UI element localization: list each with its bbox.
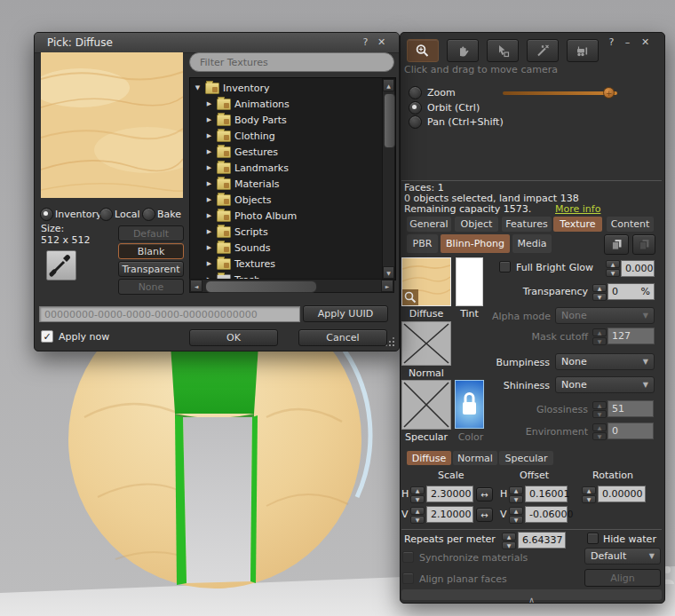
bumpiness-select[interactable]: None ▼ — [555, 353, 655, 370]
camera-slider-track[interactable] — [503, 91, 617, 95]
tree-item-sounds[interactable]: ▶ Sounds — [190, 240, 395, 256]
repeats-input[interactable]: 6.64337 — [518, 532, 566, 549]
tab-texture[interactable]: Texture — [553, 217, 602, 232]
radio-local[interactable] — [99, 208, 113, 221]
spinner-up-icon[interactable]: ▲ — [410, 507, 425, 515]
spinner-up-icon[interactable]: ▲ — [509, 507, 523, 515]
tool-focus-button[interactable] — [407, 39, 439, 62]
spinner-up-icon[interactable]: ▲ — [592, 284, 607, 292]
tree-item-textures[interactable]: ▶ Textures — [190, 256, 395, 272]
paste-button[interactable] — [632, 234, 655, 255]
glow-spinner[interactable]: ▲ ▼ — [606, 260, 620, 278]
spinner-up-icon[interactable]: ▲ — [502, 533, 516, 541]
diffuse-texture-swatch[interactable] — [401, 257, 451, 306]
collapse-icon[interactable]: ▶ — [205, 180, 213, 187]
tree-vscrollbar[interactable]: ▲ ▼ — [382, 78, 395, 280]
scroll-right-icon[interactable]: ► — [381, 280, 393, 292]
transparent-texture-button[interactable]: Transparent — [118, 261, 184, 277]
eyedropper-button[interactable] — [46, 250, 76, 280]
expand-icon[interactable]: ▼ — [194, 84, 202, 91]
tab-features[interactable]: Features — [502, 217, 552, 232]
spinner-down-icon[interactable]: ▼ — [606, 269, 620, 277]
apply-uuid-button[interactable]: Apply UUID — [303, 305, 388, 322]
collapse-icon[interactable]: ▶ — [205, 244, 213, 251]
collapse-icon[interactable]: ▶ — [205, 164, 213, 171]
inventory-tree[interactable]: ▼ Inventory ▶ Animations ▶ Body Parts ▶ … — [189, 77, 396, 280]
filter-textures-input[interactable] — [189, 52, 394, 72]
tab-pbr[interactable]: PBR — [407, 234, 438, 253]
uuid-input[interactable] — [39, 306, 300, 322]
scale-h-spinner[interactable]: ▲ ▼ — [410, 486, 425, 504]
blank-texture-button[interactable]: Blank — [118, 243, 184, 259]
tab-content[interactable]: Content — [607, 217, 654, 232]
scroll-left-icon[interactable]: ◄ — [190, 280, 202, 292]
spinner-down-icon[interactable]: ▼ — [592, 293, 607, 301]
copy-button[interactable] — [604, 234, 629, 255]
resize-grip[interactable] — [393, 344, 394, 346]
scale-h-input[interactable]: 2.30000 — [426, 486, 473, 502]
flip-v-button[interactable]: ↔ — [476, 508, 493, 522]
collapse-icon[interactable]: ▶ — [205, 212, 213, 219]
spinner-up-icon[interactable]: ▲ — [606, 260, 620, 268]
tree-item-gestures[interactable]: ▶ Gestures — [190, 144, 395, 160]
collapse-icon[interactable]: ▶ — [205, 196, 213, 203]
collapse-icon[interactable]: ▶ — [205, 228, 213, 235]
close-button[interactable]: ✕ — [375, 36, 388, 50]
tree-item-animations[interactable]: ▶ Animations — [190, 96, 395, 112]
tree-item-inventory[interactable]: ▼ Inventory — [190, 80, 395, 96]
map-tab-specular[interactable]: Specular — [499, 451, 553, 465]
transparency-spinner[interactable]: ▲ ▼ — [592, 284, 607, 302]
map-tab-normal[interactable]: Normal — [453, 451, 497, 465]
tree-item-clothing[interactable]: ▶ Clothing — [190, 128, 395, 144]
tree-item-photo-album[interactable]: ▶ Photo Album — [190, 208, 395, 224]
normal-texture-swatch[interactable] — [401, 321, 451, 366]
preset-select[interactable]: Default ▼ — [584, 548, 661, 565]
hide-water-checkbox[interactable] — [587, 533, 599, 544]
more-info-link[interactable]: More info — [555, 203, 600, 215]
collapse-icon[interactable]: ▶ — [205, 100, 213, 107]
radio-bake[interactable] — [142, 208, 155, 221]
spinner-up-icon[interactable]: ▲ — [582, 486, 596, 494]
spinner-up-icon[interactable]: ▲ — [509, 486, 523, 494]
hscroll-thumb[interactable] — [205, 280, 317, 293]
spinner-up-icon[interactable]: ▲ — [410, 486, 425, 494]
offset-h-spinner[interactable]: ▲ ▼ — [509, 486, 523, 504]
radio-inventory[interactable] — [40, 208, 53, 221]
tree-item-materials[interactable]: ▶ Materials — [190, 176, 395, 192]
tint-color-swatch[interactable] — [456, 257, 483, 306]
rotation-input[interactable]: 0.00000 — [598, 486, 646, 502]
spinner-down-icon[interactable]: ▼ — [509, 516, 523, 524]
specular-texture-swatch[interactable] — [401, 380, 451, 430]
tool-edit-button[interactable] — [487, 39, 519, 62]
offset-h-input[interactable]: 0.16001 — [525, 486, 568, 502]
repeats-spinner[interactable]: ▲ ▼ — [502, 533, 516, 550]
collapse-icon[interactable]: ▶ — [205, 132, 213, 139]
collapse-icon[interactable]: ▶ — [205, 116, 213, 123]
spinner-down-icon[interactable]: ▼ — [509, 495, 523, 503]
tree-item-body-parts[interactable]: ▶ Body Parts — [190, 112, 395, 128]
close-button[interactable]: ✕ — [639, 36, 652, 50]
spinner-down-icon[interactable]: ▼ — [410, 516, 425, 524]
tab-general[interactable]: General — [407, 217, 451, 232]
preview-magnifier-icon[interactable] — [402, 289, 418, 305]
collapse-bar[interactable]: ∧ — [401, 589, 662, 600]
spinner-down-icon[interactable]: ▼ — [502, 541, 516, 549]
spinner-down-icon[interactable]: ▼ — [410, 495, 425, 503]
scroll-down-icon[interactable]: ▼ — [383, 266, 394, 279]
vscroll-thumb[interactable] — [384, 93, 395, 148]
shininess-select[interactable]: None ▼ — [555, 376, 655, 393]
tool-move-button[interactable] — [447, 39, 479, 62]
radio-orbit[interactable] — [409, 101, 422, 115]
help-button[interactable]: ? — [359, 36, 372, 50]
tree-item-objects[interactable]: ▶ Objects — [190, 192, 395, 208]
collapse-icon[interactable]: ▶ — [205, 260, 213, 267]
tool-create-button[interactable] — [527, 39, 559, 62]
tab-object[interactable]: Object — [455, 217, 498, 232]
radio-pan[interactable] — [409, 115, 422, 129]
tab-media[interactable]: Media — [512, 234, 552, 253]
apply-now-checkbox[interactable]: ✓ — [41, 330, 53, 343]
scroll-up-icon[interactable]: ▲ — [383, 79, 394, 91]
transparency-input[interactable]: 0 % — [608, 283, 655, 300]
flip-h-button[interactable]: ↔ — [476, 487, 493, 501]
cancel-button[interactable]: Cancel — [298, 329, 387, 346]
